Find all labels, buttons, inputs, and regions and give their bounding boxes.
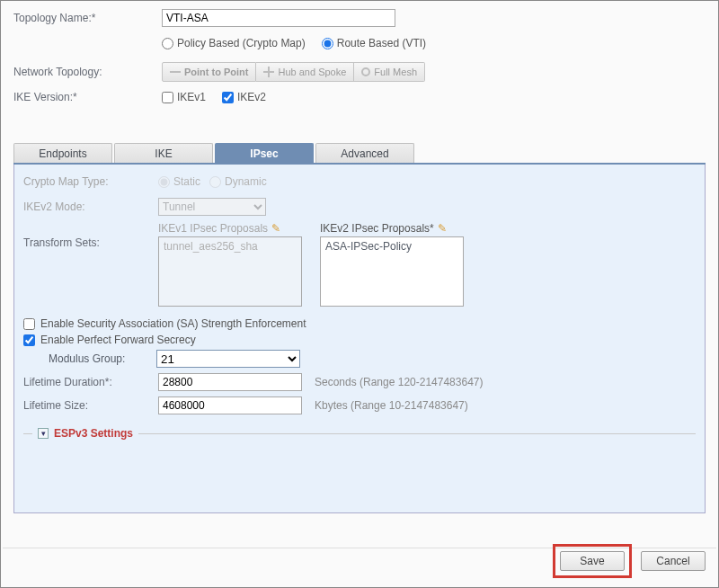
ikev1-proposals-box: tunnel_aes256_sha [158, 236, 302, 307]
edit-icon[interactable]: ✎ [271, 222, 280, 235]
sa-enforce-label: Enable Security Association (SA) Strengt… [40, 317, 306, 330]
dialog-footer: Save Cancel [553, 544, 706, 578]
topology-hub-button[interactable]: Hub and Spoke [256, 62, 354, 82]
mesh-label: Full Mesh [374, 67, 417, 77]
lifetime-duration-hint: Seconds (Range 120-2147483647) [315, 376, 483, 388]
topology-basis-group: Policy Based (Crypto Map) Route Based (V… [162, 37, 426, 49]
edit-icon[interactable]: ✎ [438, 222, 447, 235]
sa-enforce-checkbox[interactable] [23, 318, 35, 330]
p2p-label: Point to Point [184, 67, 248, 77]
mesh-icon [361, 67, 370, 76]
ikev2-mode-select: Tunnel [158, 198, 266, 216]
cancel-button[interactable]: Cancel [641, 551, 706, 571]
ikev2-mode-label: IKEv2 Mode: [23, 200, 158, 213]
topology-name-input[interactable] [162, 9, 395, 27]
tab-bar: Endpoints IKE IPsec Advanced [13, 143, 706, 165]
crypto-dynamic-radio-input [209, 176, 221, 188]
route-based-radio-input[interactable] [322, 38, 333, 49]
crypto-dynamic-radio: Dynamic [209, 175, 267, 188]
tab-ipsec[interactable]: IPsec [215, 143, 314, 163]
ikev1-proposals-col: IKEv1 IPsec Proposals ✎ tunnel_aes256_sh… [158, 222, 302, 307]
tab-endpoints[interactable]: Endpoints [13, 143, 112, 163]
policy-based-radio-input[interactable] [162, 38, 173, 49]
ikev1-check[interactable]: IKEv1 [162, 91, 206, 103]
save-highlight: Save [553, 544, 632, 578]
route-based-radio[interactable]: Route Based (VTI) [322, 37, 426, 49]
ikev2-proposals-title: IKEv2 IPsec Proposals* ✎ [320, 222, 464, 235]
pfs-checkbox[interactable] [23, 334, 35, 346]
ikev2-proposals-box[interactable]: ASA-IPSec-Policy [320, 236, 464, 307]
ikev1-checkbox[interactable] [162, 92, 173, 103]
lifetime-size-hint: Kbytes (Range 10-2147483647) [315, 399, 468, 412]
network-topology-segmented: Point to Point Hub and Spoke Full Mesh [162, 62, 425, 82]
crypto-static-radio-input [158, 176, 170, 188]
save-button[interactable]: Save [560, 551, 625, 571]
ipsec-panel: Crypto Map Type: Static Dynamic IKEv2 Mo… [13, 165, 706, 513]
network-topology-label: Network Topology: [13, 66, 162, 78]
lifetime-size-row: Lifetime Size: Kbytes (Range 10-21474836… [23, 396, 696, 414]
modulus-select[interactable]: 21 [156, 350, 300, 368]
crypto-map-type-label: Crypto Map Type: [23, 175, 158, 188]
route-based-label: Route Based (VTI) [337, 37, 426, 49]
p2p-icon [170, 67, 181, 77]
hub-label: Hub and Spoke [278, 67, 346, 77]
pfs-row[interactable]: Enable Perfect Forward Secrecy [23, 334, 696, 346]
ikev1-proposals-title: IKEv1 IPsec Proposals ✎ [158, 222, 302, 235]
tab-advanced[interactable]: Advanced [315, 143, 414, 163]
modulus-label: Modulus Group: [49, 352, 149, 365]
ikev2-check[interactable]: IKEv2 [222, 91, 266, 103]
tab-ike[interactable]: IKE [114, 143, 213, 163]
modulus-row: Modulus Group: 21 [49, 350, 696, 368]
pfs-label: Enable Perfect Forward Secrecy [40, 334, 196, 346]
espv3-title: ESPv3 Settings [54, 427, 133, 440]
topology-mesh-button[interactable]: Full Mesh [354, 62, 425, 82]
chevron-down-icon[interactable]: ▾ [38, 428, 49, 439]
crypto-static-label: Static [173, 175, 200, 188]
policy-based-label: Policy Based (Crypto Map) [177, 37, 306, 49]
ikev2-checkbox[interactable] [222, 92, 234, 103]
policy-based-radio[interactable]: Policy Based (Crypto Map) [162, 37, 306, 49]
espv3-section-header[interactable]: ▾ ESPv3 Settings [23, 427, 696, 440]
ikev1-label: IKEv1 [177, 91, 206, 103]
transform-sets-label: Transform Sets: [23, 236, 158, 249]
lifetime-duration-row: Lifetime Duration*: Seconds (Range 120-2… [23, 373, 696, 391]
ike-version-label: IKE Version:* [13, 91, 162, 103]
sa-enforce-row[interactable]: Enable Security Association (SA) Strengt… [23, 317, 696, 330]
topology-name-label: Topology Name:* [13, 12, 162, 24]
lifetime-duration-input[interactable] [158, 373, 302, 391]
ikev2-label: IKEv2 [237, 91, 266, 103]
lifetime-size-label: Lifetime Size: [23, 399, 158, 412]
lifetime-size-input[interactable] [158, 396, 302, 414]
lifetime-duration-label: Lifetime Duration*: [23, 376, 158, 388]
transform-sets-container: IKEv1 IPsec Proposals ✎ tunnel_aes256_sh… [158, 222, 464, 307]
topology-p2p-button[interactable]: Point to Point [162, 62, 256, 82]
crypto-dynamic-label: Dynamic [225, 175, 267, 188]
ikev2-proposals-col: IKEv2 IPsec Proposals* ✎ ASA-IPSec-Polic… [320, 222, 464, 307]
crypto-static-radio: Static [158, 175, 200, 188]
hub-icon [263, 67, 274, 77]
